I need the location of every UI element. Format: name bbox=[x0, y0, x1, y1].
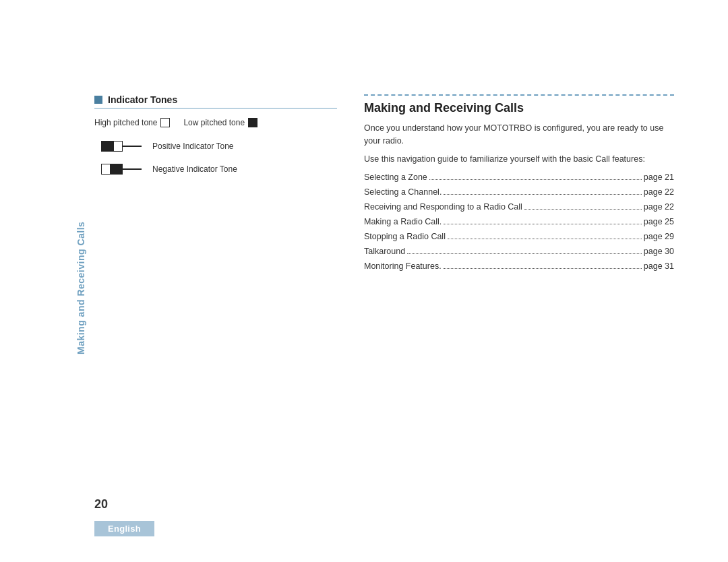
positive-line bbox=[123, 146, 142, 147]
toc-entry-3: Making a Radio Call. page 25 bbox=[364, 215, 674, 230]
toc-entry-2: Receiving and Responding to a Radio Call… bbox=[364, 200, 674, 215]
toc-entry-5: Talkaround page 30 bbox=[364, 245, 674, 259]
toc-page-2: page 22 bbox=[644, 200, 674, 215]
toc-label-3: Making a Radio Call. bbox=[364, 215, 442, 230]
language-badge: English bbox=[94, 521, 154, 536]
high-pitched-item: High pitched tone bbox=[94, 118, 170, 127]
low-pitched-label: Low pitched tone bbox=[183, 118, 245, 127]
positive-tone-row: Positive Indicator Tone bbox=[101, 141, 337, 152]
negative-tone-row: Negative Indicator Tone bbox=[101, 164, 337, 175]
positive-filled-block bbox=[101, 141, 113, 152]
intro-paragraph-2: Use this navigation guide to familiarize… bbox=[364, 153, 674, 166]
tone-legend: High pitched tone Low pitched tone bbox=[94, 118, 337, 127]
toc-entry-1: Selecting a Channel. page 22 bbox=[364, 185, 674, 200]
low-pitched-item: Low pitched tone bbox=[183, 118, 257, 127]
toc-dots-0 bbox=[429, 179, 642, 180]
toc-label-6: Monitoring Features. bbox=[364, 259, 442, 274]
right-section-header: Making and Receiving Calls bbox=[364, 94, 674, 115]
section-title: Indicator Tones bbox=[108, 94, 177, 105]
tone-diagrams: Positive Indicator Tone Negative Indicat… bbox=[101, 141, 337, 175]
negative-tone-diagram bbox=[101, 164, 142, 175]
toc-label-4: Stopping a Radio Call bbox=[364, 230, 446, 245]
toc-label-2: Receiving and Responding to a Radio Call bbox=[364, 200, 522, 215]
toc-dots-5 bbox=[407, 253, 642, 254]
toc-label-0: Selecting a Zone bbox=[364, 170, 427, 185]
positive-tone-label: Positive Indicator Tone bbox=[152, 142, 234, 151]
high-pitched-label: High pitched tone bbox=[94, 118, 157, 127]
toc-dots-4 bbox=[448, 239, 642, 239]
left-column: Indicator Tones High pitched tone Low pi… bbox=[94, 94, 337, 495]
vertical-tab: Making and Receiving Calls bbox=[75, 121, 86, 454]
toc-dots-2 bbox=[524, 209, 642, 210]
positive-tone-diagram bbox=[101, 141, 142, 152]
right-section-title: Making and Receiving Calls bbox=[364, 101, 524, 115]
low-pitched-icon bbox=[248, 118, 257, 127]
toc-page-5: page 30 bbox=[644, 245, 674, 259]
toc-dots-6 bbox=[444, 268, 642, 269]
section-icon bbox=[94, 96, 102, 104]
toc-entry-4: Stopping a Radio Call page 29 bbox=[364, 230, 674, 245]
positive-empty-block bbox=[113, 141, 123, 152]
intro-paragraph-1: Once you understand how your MOTOTRBO is… bbox=[364, 122, 674, 148]
negative-line bbox=[123, 168, 142, 170]
toc-page-4: page 29 bbox=[644, 230, 674, 245]
indicator-tones-header: Indicator Tones bbox=[94, 94, 337, 108]
negative-empty-block bbox=[101, 164, 111, 175]
toc-dots-1 bbox=[444, 194, 641, 195]
toc-entry-6: Monitoring Features. page 31 bbox=[364, 259, 674, 274]
toc-dots-3 bbox=[444, 224, 641, 224]
toc-page-0: page 21 bbox=[644, 170, 674, 185]
negative-filled-block bbox=[111, 164, 123, 175]
toc-page-1: page 22 bbox=[644, 185, 674, 200]
right-column: Making and Receiving Calls Once you unde… bbox=[364, 94, 674, 495]
toc-label-1: Selecting a Channel. bbox=[364, 185, 442, 200]
page-container: Making and Receiving Calls Indicator Ton… bbox=[0, 0, 728, 562]
toc-entry-0: Selecting a Zone page 21 bbox=[364, 170, 674, 185]
negative-tone-label: Negative Indicator Tone bbox=[152, 164, 237, 174]
high-pitched-icon bbox=[160, 118, 170, 127]
page-number: 20 bbox=[94, 497, 108, 511]
content-area: Indicator Tones High pitched tone Low pi… bbox=[94, 94, 674, 495]
toc-page-3: page 25 bbox=[644, 215, 674, 230]
toc-label-5: Talkaround bbox=[364, 245, 405, 259]
toc-list: Selecting a Zone page 21 Selecting a Cha… bbox=[364, 170, 674, 274]
toc-page-6: page 31 bbox=[644, 259, 674, 274]
